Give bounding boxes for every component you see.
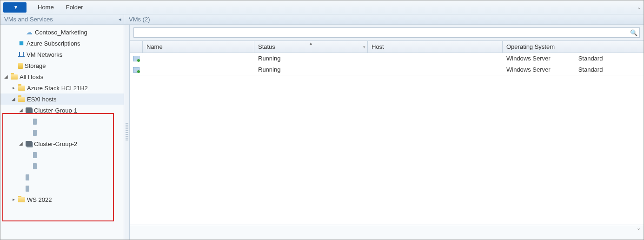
cell-name <box>143 53 254 64</box>
search-box[interactable]: 🔍 <box>133 27 640 38</box>
ribbon-collapse-button[interactable]: ⌄ <box>634 4 644 10</box>
tree-item-esxi-hosts[interactable]: ◢ESXi hosts <box>0 93 124 105</box>
cell-host <box>368 53 503 64</box>
grid-header: Name Status ▲ ▾ Host Operating System <box>130 41 644 53</box>
cell-status: Running <box>254 64 368 75</box>
tree-item-azure-subscriptions[interactable]: Azure Subscriptions <box>0 38 124 49</box>
tree-item-host[interactable] <box>0 149 124 160</box>
vm-running-icon <box>133 56 139 61</box>
left-pane-title: VMs and Services ◂ <box>0 14 124 24</box>
tree-item-label: Cluster-Group-2 <box>34 140 77 147</box>
sidebar: Contoso_MarketingAzure SubscriptionsVM N… <box>0 25 124 240</box>
azure-icon <box>18 40 25 47</box>
tree-item-cluster-group-1[interactable]: ◢Cluster-Group-1 <box>0 105 124 116</box>
column-header-os-label: Operating System <box>506 43 555 50</box>
table-row[interactable]: RunningWindows ServerStandard <box>130 64 644 75</box>
column-header-icon[interactable] <box>130 41 143 53</box>
tree-item-label: Azure Subscriptions <box>27 40 80 47</box>
network-icon <box>18 52 25 57</box>
search-icon[interactable]: 🔍 <box>630 29 637 36</box>
cloud-icon <box>26 28 33 36</box>
tree-item-ws-2022[interactable]: ▸WS 2022 <box>0 194 124 205</box>
column-header-name-label: Name <box>146 43 163 50</box>
tree-item-vm-networks[interactable]: VM Networks <box>0 49 124 60</box>
cell-name <box>143 64 254 75</box>
tree-item-azure-stack-hci-21h2[interactable]: ▸Azure Stack HCI 21H2 <box>0 82 124 93</box>
tree-item-host[interactable] <box>0 183 124 194</box>
column-header-host[interactable]: Host <box>368 41 503 53</box>
tree-item-label: Cluster-Group-1 <box>34 107 77 114</box>
host-icon <box>26 186 29 192</box>
expander-open-icon[interactable]: ◢ <box>18 107 24 113</box>
tree-item-label: All Hosts <box>20 73 43 80</box>
splitter-handle[interactable] <box>124 25 130 240</box>
right-pane-title: VMs (2) <box>124 14 644 24</box>
tree-item-host[interactable] <box>0 160 124 172</box>
expander-closed-icon[interactable]: ▸ <box>11 197 16 202</box>
chevron-down-icon: ▼ <box>13 5 18 10</box>
grid-body: RunningWindows ServerStandardRunningWind… <box>130 53 644 225</box>
expander-open-icon[interactable]: ◢ <box>3 74 9 80</box>
vm-icon <box>130 53 143 64</box>
column-header-status-label: Status <box>258 43 275 50</box>
tree-item-all-hosts[interactable]: ◢All Hosts <box>0 71 124 82</box>
cell-os-edition: Standard <box>578 66 603 73</box>
tree-item-host[interactable] <box>0 127 124 138</box>
tree-item-storage[interactable]: Storage <box>0 60 124 71</box>
left-pane-title-text: VMs and Services <box>4 16 53 23</box>
cell-os: Windows ServerStandard <box>503 64 644 75</box>
tree-item-label: Azure Stack HCI 21H2 <box>27 85 88 92</box>
host-icon <box>33 130 37 136</box>
storage-icon <box>18 63 23 69</box>
ribbon-tab-folder[interactable]: Folder <box>60 2 89 13</box>
host-icon <box>33 119 37 125</box>
folder-icon <box>18 86 25 91</box>
column-header-name[interactable]: Name <box>143 41 254 53</box>
cell-os: Windows ServerStandard <box>503 53 644 64</box>
cell-status: Running <box>254 53 368 64</box>
cluster-icon <box>26 141 32 147</box>
folder-icon <box>18 97 25 102</box>
expander-open-icon[interactable]: ◢ <box>18 141 24 147</box>
ribbon-tab-home[interactable]: Home <box>32 2 60 13</box>
cell-os-name: Windows Server <box>506 55 551 62</box>
ribbon: ▼ Home Folder ⌄ <box>0 0 644 14</box>
column-header-status[interactable]: Status ▲ ▾ <box>254 41 368 53</box>
tree-item-label: Storage <box>25 62 46 69</box>
cell-os-name: Windows Server <box>506 66 551 73</box>
column-header-os[interactable]: Operating System <box>503 41 644 53</box>
folder-icon <box>18 197 25 202</box>
tree-item-label: ESXi hosts <box>27 96 57 103</box>
tree-item-host[interactable] <box>0 116 124 127</box>
host-icon <box>26 174 29 180</box>
file-menu-button[interactable]: ▼ <box>3 2 27 13</box>
tree-item-cluster-group-2[interactable]: ◢Cluster-Group-2 <box>0 138 124 149</box>
host-icon <box>33 163 37 169</box>
vm-running-icon <box>133 67 139 73</box>
vm-icon <box>130 64 143 75</box>
host-icon <box>33 152 37 158</box>
folder-icon <box>11 74 18 80</box>
tree: Contoso_MarketingAzure SubscriptionsVM N… <box>0 25 124 207</box>
right-pane-title-text: VMs (2) <box>129 16 150 23</box>
expander-open-icon[interactable]: ◢ <box>11 96 16 102</box>
cell-host <box>368 64 503 75</box>
tree-item-contoso-marketing[interactable]: Contoso_Marketing <box>0 27 124 38</box>
cluster-icon <box>26 107 32 113</box>
tree-item-host[interactable] <box>0 172 124 183</box>
sort-ascending-icon: ▲ <box>309 41 313 46</box>
grip-icon <box>126 123 128 141</box>
tree-item-label: VM Networks <box>27 51 62 58</box>
cell-os-edition: Standard <box>578 55 603 62</box>
table-row[interactable]: RunningWindows ServerStandard <box>130 53 644 64</box>
filter-dropdown-icon[interactable]: ▾ <box>363 45 365 49</box>
search-input[interactable] <box>134 28 639 37</box>
tree-item-label: WS 2022 <box>27 196 52 203</box>
details-pane: ⌄ <box>130 225 644 240</box>
expander-closed-icon[interactable]: ▸ <box>11 85 16 91</box>
details-pane-caret[interactable]: ⌄ <box>637 225 641 231</box>
column-header-host-label: Host <box>372 43 384 50</box>
collapse-left-pane-button[interactable]: ◂ <box>116 16 124 22</box>
tree-item-label: Contoso_Marketing <box>35 29 87 36</box>
